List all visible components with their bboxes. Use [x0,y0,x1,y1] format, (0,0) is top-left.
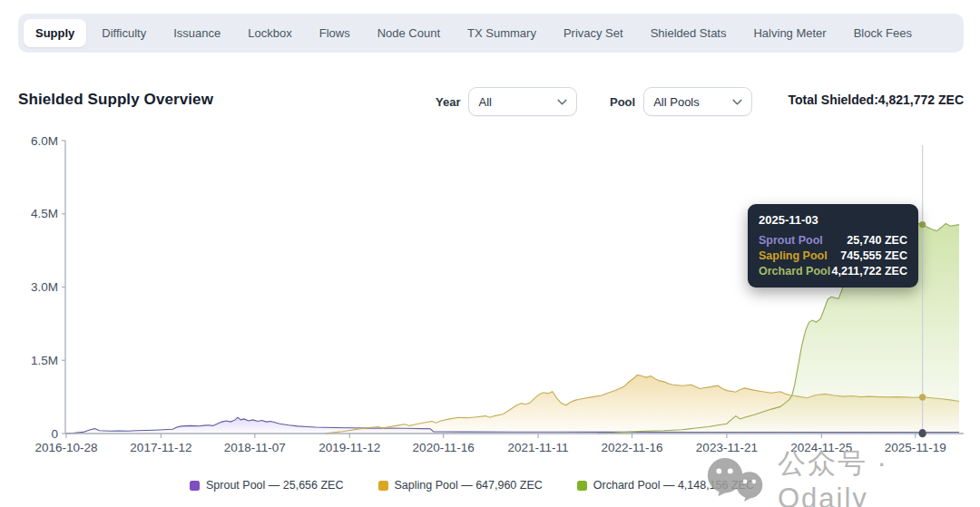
legend-swatch [378,481,388,491]
legend-item[interactable]: Sprout Pool — 25,656 ZEC [190,479,343,492]
x-tick-label: 2024-11-25 [790,441,852,454]
y-tick-label: 6.0M [31,134,58,148]
y-tick-label: 0 [51,427,58,441]
y-tick-label: 1.5M [31,354,58,367]
y-tick-label: 3.0M [31,280,58,294]
x-tick-label: 2018-11-07 [224,441,286,454]
x-tick-label: 2022-11-16 [601,441,662,454]
legend-label: Sapling Pool — 647,960 ZEC [395,479,543,492]
legend-swatch [190,481,200,491]
tooltip-series-value: 4,211,722 ZEC [832,264,907,279]
tooltip-date: 2025-11-03 [759,213,907,227]
shielded-supply-page: SupplyDifficultyIssuanceLockboxFlowsNode… [0,0,980,507]
legend-label: Sprout Pool — 25,656 ZEC [206,479,343,492]
tooltip-row: Sapling Pool745,555 ZEC [759,249,907,264]
legend-swatch [577,481,587,491]
x-tick-label: 2019-11-12 [318,441,380,454]
tooltip-series-value: 745,555 ZEC [840,249,907,264]
legend-item[interactable]: Sapling Pool — 647,960 ZEC [378,479,543,492]
x-tick-label: 2020-11-16 [413,441,475,454]
tooltip-series-label: Sprout Pool [759,233,823,249]
tooltip-series-value: 25,740 ZEC [847,233,907,249]
tooltip-row: Orchard Pool4,211,722 ZEC [759,264,907,279]
x-tick-label: 2023-11-21 [696,441,758,454]
sapling-pool-marker [919,394,926,400]
chart-tooltip: 2025-11-03 Sprout Pool25,740 ZECSapling … [748,204,918,288]
legend-label: Orchard Pool — 4,148,156 ZEC [593,479,754,492]
x-tick-label: 2016-10-28 [34,441,97,454]
tooltip-series-label: Orchard Pool [759,264,830,279]
crosshair-axis-dot [918,430,926,437]
tooltip-row: Sprout Pool25,740 ZEC [759,233,907,249]
legend-item[interactable]: Orchard Pool — 4,148,156 ZEC [577,479,754,492]
chart-legend: Sprout Pool — 25,656 ZECSapling Pool — 6… [0,479,944,492]
orchard-pool-marker [919,221,926,228]
x-tick-label: 2021-11-11 [508,441,569,454]
x-tick-label: 2025-11-19 [885,441,946,454]
y-tick-label: 4.5M [31,207,58,220]
x-tick-label: 2017-11-12 [130,441,191,454]
tooltip-series-label: Sapling Pool [759,249,828,264]
